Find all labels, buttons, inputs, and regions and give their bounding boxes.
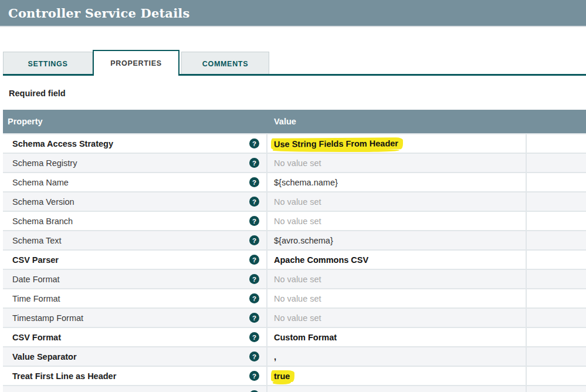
property-value: No value set [274, 158, 321, 168]
row-filler-cell [527, 386, 586, 392]
property-name: Schema Version [12, 197, 74, 207]
help-icon[interactable]: ? [249, 332, 259, 342]
value-cell: No value set [267, 270, 527, 288]
property-name: Time Format [12, 294, 60, 303]
help-icon[interactable]: ? [249, 313, 259, 323]
property-name: Date Format [12, 275, 60, 284]
table-header-row: Property Value [3, 110, 586, 133]
property-value: No value set [274, 313, 321, 323]
property-cell: Date Format? [3, 270, 267, 288]
property-name: Schema Name [12, 178, 69, 187]
property-cell: Timestamp Format? [3, 309, 267, 327]
help-icon[interactable]: ? [249, 235, 259, 245]
table-row: Schema Registry?No value set [3, 153, 586, 172]
property-value: No value set [274, 217, 321, 226]
property-cell: Time Format? [3, 289, 267, 307]
value-cell: Custom Format [267, 328, 527, 346]
row-filler-cell [527, 289, 586, 307]
help-icon[interactable]: ? [249, 352, 259, 361]
property-value-highlighted: true [271, 370, 295, 381]
row-filler-cell [527, 173, 586, 191]
help-icon[interactable]: ? [249, 138, 259, 148]
tab-properties[interactable]: PROPERTIES [93, 50, 179, 76]
property-value: No value set [274, 275, 321, 284]
property-value: ${schema.name} [274, 178, 338, 187]
value-cell: false [267, 386, 527, 392]
table-row: Schema Name?${schema.name} [3, 172, 586, 191]
row-filler-cell [527, 231, 586, 249]
table-row: Schema Version?No value set [3, 191, 586, 211]
properties-table: Property Value Schema Access Strategy?Us… [3, 110, 586, 392]
row-filler-cell [527, 328, 586, 346]
help-icon[interactable]: ? [249, 274, 259, 284]
value-cell: true [267, 367, 527, 385]
value-cell: ${avro.schema} [267, 231, 527, 249]
property-cell: Schema Text? [3, 231, 267, 249]
table-row: Schema Access Strategy?Use String Fields… [3, 133, 586, 153]
table-row: CSV Format?Custom Format [3, 327, 586, 346]
table-row: Value Separator?, [3, 346, 586, 366]
row-filler-cell [527, 134, 586, 153]
help-icon[interactable]: ? [249, 293, 259, 303]
help-icon[interactable]: ? [249, 177, 259, 187]
tab-comments[interactable]: COMMENTS [181, 52, 269, 76]
table-row: Treat First Line as Header?true [3, 366, 586, 385]
value-cell: ${schema.name} [267, 173, 527, 191]
dialog-title: Controller Service Details [8, 6, 190, 21]
value-cell: , [267, 347, 527, 366]
property-value: No value set [274, 294, 321, 303]
column-header-value: Value [267, 117, 527, 126]
value-cell: No value set [267, 309, 527, 327]
property-value: , [274, 352, 276, 361]
row-filler-cell [527, 367, 586, 385]
property-name: Value Separator [12, 352, 77, 361]
value-cell: No value set [267, 212, 527, 230]
tab-settings[interactable]: SETTINGS [3, 52, 93, 76]
help-icon[interactable]: ? [249, 197, 259, 207]
property-value: ${avro.schema} [274, 236, 333, 245]
required-field-note: Required field [9, 87, 586, 100]
property-cell: Schema Registry? [3, 154, 267, 172]
table-row: Date Format?No value set [3, 269, 586, 288]
property-cell: Schema Name? [3, 173, 267, 191]
controller-service-details-dialog: Controller Service Details SETTINGS PROP… [0, 0, 586, 392]
row-filler-cell [527, 192, 586, 211]
table-row: Timestamp Format?No value set [3, 307, 586, 327]
property-value: Custom Format [274, 333, 337, 342]
property-value-highlighted: Use String Fields From Header [271, 137, 403, 150]
property-name: CSV Format [12, 333, 61, 342]
value-cell: No value set [267, 289, 527, 307]
row-filler-cell [527, 347, 586, 366]
table-row: Ignore CSV Header Column Names?false [3, 385, 586, 392]
help-icon[interactable]: ? [249, 255, 259, 265]
value-cell: Use String Fields From Header [267, 134, 527, 153]
row-filler-cell [527, 154, 586, 172]
table-row: CSV Parser?Apache Commons CSV [3, 249, 586, 269]
property-cell: CSV Parser? [3, 251, 267, 269]
property-cell: Ignore CSV Header Column Names? [3, 386, 267, 392]
property-name: Schema Registry [12, 158, 77, 168]
tab-bar: SETTINGS PROPERTIES COMMENTS [3, 50, 586, 76]
property-cell: CSV Format? [3, 328, 267, 346]
property-name: Treat First Line as Header [12, 371, 116, 381]
help-icon[interactable]: ? [249, 371, 259, 381]
table-row: Schema Text?${avro.schema} [3, 230, 586, 249]
property-cell: Schema Version? [3, 192, 267, 211]
help-icon[interactable]: ? [249, 216, 259, 226]
help-icon[interactable]: ? [249, 158, 259, 168]
property-cell: Treat First Line as Header? [3, 367, 267, 385]
value-cell: No value set [267, 192, 527, 211]
property-name: CSV Parser [12, 255, 59, 265]
row-filler-cell [527, 270, 586, 288]
property-name: Timestamp Format [12, 313, 83, 323]
row-filler-cell [527, 251, 586, 269]
value-cell: No value set [267, 154, 527, 172]
property-cell: Value Separator? [3, 347, 267, 366]
row-filler-cell [527, 309, 586, 327]
property-name: Schema Access Strategy [12, 139, 113, 148]
row-filler-cell [527, 212, 586, 230]
table-row: Time Format?No value set [3, 288, 586, 307]
property-value: No value set [274, 197, 321, 207]
property-cell: Schema Access Strategy? [3, 134, 267, 153]
value-cell: Apache Commons CSV [267, 251, 527, 269]
